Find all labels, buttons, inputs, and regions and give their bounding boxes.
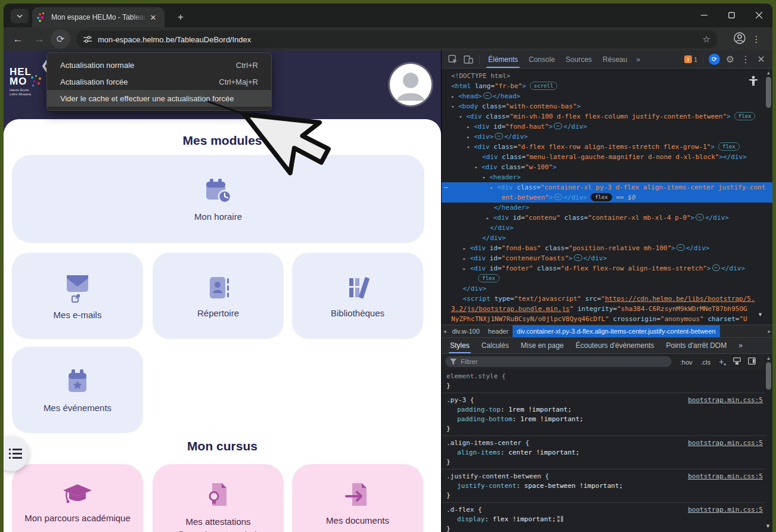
styles-filter-input[interactable]: Filtrer: [445, 356, 672, 367]
dom-tree-line[interactable]: <script type="text/javascript" src="http…: [442, 294, 772, 304]
expand-arrow-down-icon[interactable]: ▾: [474, 163, 482, 173]
maximize-button[interactable]: [718, 4, 745, 26]
collapsed-content-icon[interactable]: ⋯: [696, 214, 704, 220]
device-toolbar-icon[interactable]: [462, 53, 475, 66]
issues-badge[interactable]: ! 1: [684, 55, 697, 63]
context-menu-item[interactable]: Actualisation forcéeCtrl+Maj+R: [47, 73, 271, 90]
stylesheet-link[interactable]: bootstrap.min.css:5: [683, 472, 763, 481]
expand-arrow-right-icon[interactable]: ▸: [451, 92, 458, 102]
css-property[interactable]: padding-bottom: 1rem !important;: [446, 415, 763, 424]
new-tab-button[interactable]: +: [173, 10, 188, 25]
css-rule[interactable]: .d-flex {bootstrap.min.css:5display: fle…: [442, 503, 765, 532]
close-button[interactable]: [745, 4, 772, 26]
card-certificate[interactable]: Mes attestationsProgressivement remplacé: [153, 464, 284, 532]
devtools-tab-éléments[interactable]: Éléments: [483, 51, 523, 68]
site-settings-icon[interactable]: [83, 36, 92, 43]
toggle-hov[interactable]: :hov: [680, 359, 693, 366]
context-menu-item[interactable]: Vider le cache et effectuer une actualis…: [47, 90, 271, 107]
url-text[interactable]: mon-espace.helmo.be/TableauDeBord/Index: [98, 35, 703, 44]
dom-tree-line[interactable]: ▸<head>⋯</head>: [442, 91, 772, 101]
css-rule[interactable]: .align-items-center {bootstrap.min.css:5…: [442, 436, 765, 469]
expand-arrow-right-icon[interactable]: ▸: [463, 264, 470, 274]
settings-gear-icon[interactable]: ⚙: [724, 53, 737, 66]
stylesheet-link[interactable]: bootstrap.min.css:5: [683, 505, 763, 515]
back-button[interactable]: ←: [8, 30, 27, 49]
url-bar[interactable]: mon-espace.helmo.be/TableauDeBord/Index …: [76, 30, 718, 48]
dom-tree-line[interactable]: ▸<div id="conteneurToasts">⋯</div>: [442, 253, 772, 263]
breadcrumb-scroll-left-icon[interactable]: ◂: [442, 328, 448, 334]
dom-tree-line[interactable]: ▸<div>⋯</div>: [442, 132, 772, 142]
computed-styles-icon[interactable]: [733, 356, 741, 367]
dom-tree-line[interactable]: <html lang="fr-be">scroll: [442, 81, 772, 91]
dom-tree-line[interactable]: ▾<header>: [442, 172, 772, 182]
stylesheet-link[interactable]: bootstrap.min.css:5: [683, 438, 763, 448]
expand-arrow-right-icon[interactable]: ▸: [463, 244, 470, 254]
new-style-rule-button[interactable]: +▾: [719, 357, 726, 367]
tab-close-icon[interactable]: ✕: [148, 12, 159, 23]
flex-editor-icon[interactable]: [557, 516, 564, 522]
accessibility-person-icon[interactable]: [749, 76, 758, 89]
dom-tree-line[interactable]: flex: [442, 273, 772, 284]
dom-tree-line[interactable]: </div>: [442, 223, 772, 233]
card-books[interactable]: Bibliothèques: [292, 253, 423, 339]
dom-scrollbar[interactable]: ▲: [765, 70, 772, 323]
expand-arrow-down-icon[interactable]: ▾: [459, 112, 466, 122]
devtools-close-icon[interactable]: ✕: [755, 53, 768, 66]
dom-tree-line[interactable]: 3.2/js/bootstrap.bundle.min.js" integrit…: [442, 304, 772, 314]
devtools-sync-icon[interactable]: ⟳: [709, 54, 720, 65]
reload-button[interactable]: ⟳: [51, 29, 70, 49]
avatar[interactable]: [390, 64, 432, 105]
css-rule[interactable]: .justify-content-between {bootstrap.min.…: [442, 469, 765, 503]
more-tabs-icon[interactable]: »: [632, 55, 644, 64]
collapsed-content-icon[interactable]: ⋯: [554, 123, 562, 129]
collapsed-content-icon[interactable]: ⋯: [676, 244, 685, 251]
stylesheet-link[interactable]: bootstrap.min.css:5: [683, 396, 763, 405]
expand-arrow-right-icon[interactable]: ▸: [463, 254, 470, 264]
styles-tab-calcul-s[interactable]: Calculés: [476, 338, 515, 353]
css-rule[interactable]: element.style {}: [442, 369, 765, 393]
card-grad-cap[interactable]: Mon parcours académique: [12, 464, 143, 532]
dom-tree-line[interactable]: </div>: [442, 233, 772, 243]
breadcrumb-item[interactable]: div.w-100: [448, 325, 484, 337]
css-property[interactable]: justify-content: space-between !importan…: [446, 481, 763, 491]
css-selector[interactable]: .d-flex {: [446, 505, 482, 515]
devtools-tab-réseau[interactable]: Réseau: [597, 51, 632, 68]
dom-tree-line[interactable]: ⋯▸<div class="container-xl py-3 d-flex a…: [442, 182, 772, 192]
collapsed-content-icon[interactable]: ⋯: [495, 133, 503, 139]
helmo-logo[interactable]: HEL MO Haute EcoleLibre Mosane: [10, 67, 32, 97]
dom-tree-line[interactable]: ▸<div id="fond-haut">⋯</div>: [442, 122, 772, 132]
dom-tree-line[interactable]: <!DOCTYPE html>: [442, 71, 772, 81]
css-property[interactable]: display: flex !important;: [446, 515, 763, 524]
card-envelope-external[interactable]: Mes e-mails: [12, 253, 143, 339]
styles-tab-styles[interactable]: Styles: [444, 338, 476, 353]
expand-arrow-down-icon[interactable]: ▾: [467, 142, 474, 153]
expand-arrow-right-icon[interactable]: ▸: [486, 213, 493, 223]
tab-search-button[interactable]: [11, 9, 29, 23]
profile-icon[interactable]: [733, 32, 746, 47]
devtools-menu-icon[interactable]: ⋮: [739, 53, 752, 66]
devtools-tab-sources[interactable]: Sources: [560, 51, 597, 68]
css-selector[interactable]: .py-3 {: [446, 396, 474, 405]
toggle-cls[interactable]: .cls: [701, 359, 711, 366]
collapsed-content-icon[interactable]: ⋯: [712, 265, 721, 271]
dom-tree-line[interactable]: ▸<div id="fond-bas" class="position-rela…: [442, 243, 772, 253]
breadcrumb-scroll-right-icon[interactable]: ▸: [766, 328, 772, 334]
context-menu-item[interactable]: Actualisation normaleCtrl+R: [47, 57, 271, 73]
dom-tree-line[interactable]: ▸<div id="contenu" class="container-xl m…: [442, 213, 772, 223]
expand-arrow-right-icon[interactable]: ▸: [467, 122, 474, 132]
collapsed-content-icon[interactable]: ⋯: [483, 92, 492, 99]
styles-more-tabs-icon[interactable]: »: [732, 338, 749, 353]
css-property[interactable]: align-items: center !important;: [446, 448, 763, 458]
dom-tree-line[interactable]: </div>: [442, 284, 772, 294]
minimize-button[interactable]: [690, 4, 718, 26]
inspect-element-icon[interactable]: [446, 53, 460, 66]
card-doc-arrow[interactable]: Mes documents: [292, 464, 423, 532]
dom-tree-line[interactable]: ent-between">⋯</div>flex == $0: [442, 192, 772, 203]
card-contact-card[interactable]: Répertoire: [153, 253, 284, 339]
forward-button[interactable]: →: [30, 30, 49, 49]
browser-menu-icon[interactable]: ⋮: [749, 32, 764, 47]
dom-tree-line[interactable]: <div class="menu-lateral-gauche-magnifie…: [442, 152, 772, 162]
dom-tree-line[interactable]: NyZPhcTNXj1NW7RuBCsyN/o0jlpcV8Qyq46cDfL"…: [442, 314, 772, 324]
dom-tree-line[interactable]: </header>: [442, 203, 772, 213]
expand-arrow-down-icon[interactable]: ▾: [451, 102, 458, 112]
